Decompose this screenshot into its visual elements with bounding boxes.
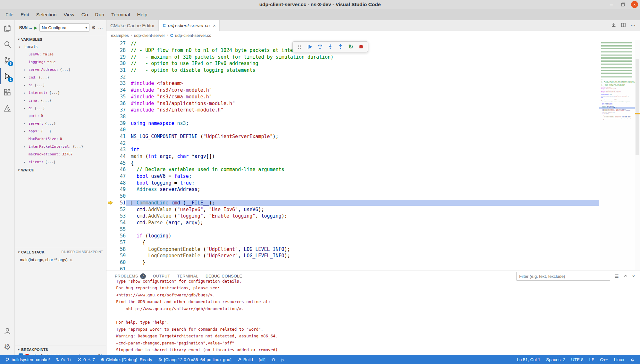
close-icon[interactable]: ×: [631, 1, 638, 8]
menu-view[interactable]: View: [60, 9, 78, 20]
breakpoint-row[interactable]: ✓ udp-client-server.cc exampl... 51: [15, 353, 106, 355]
step-out-icon[interactable]: [337, 43, 344, 50]
line-number[interactable]: 46: [115, 167, 126, 172]
line-number[interactable]: 56: [115, 233, 126, 239]
line-content[interactable]: cmd.Parse (argc, argv);: [126, 220, 599, 226]
debug-button[interactable]: [269, 355, 278, 364]
step-over-icon[interactable]: [316, 43, 324, 50]
chevron-right-icon[interactable]: ▸: [24, 145, 29, 148]
line-number[interactable]: 42: [115, 140, 126, 146]
line-content[interactable]: #include "ns3/csma-module.h": [126, 94, 599, 100]
line-content[interactable]: if (logging): [126, 233, 599, 239]
line-content[interactable]: #include "ns3/core-module.h": [126, 87, 599, 93]
variable-row[interactable]: ▸interPacketInterval:{...}: [15, 143, 106, 150]
line-content[interactable]: LogComponentEnable ("UdpServer", LOG_LEV…: [126, 253, 599, 259]
sync-status[interactable]: ↻0↓ 1↑: [54, 355, 74, 364]
account-icon[interactable]: [0, 323, 14, 339]
menu-help[interactable]: Help: [134, 9, 151, 20]
code-area[interactable]: 27//28// - UDP flow from n0 to n1 of 102…: [106, 40, 599, 270]
launch-button[interactable]: ▷: [279, 355, 287, 364]
debug-current-line-arrow[interactable]: [106, 201, 115, 205]
line-content[interactable]: // - option to use IPv4 or IPv6 addressi…: [126, 61, 599, 66]
remote-os[interactable]: Linux: [612, 355, 627, 364]
line-number[interactable]: 58: [115, 246, 126, 252]
line-content[interactable]: main (int argc, char *argv[]): [126, 153, 599, 159]
views-more-icon[interactable]: ···: [98, 25, 103, 30]
menu-selection[interactable]: Selection: [33, 9, 60, 20]
variable-row[interactable]: port:0: [15, 112, 106, 120]
cursor-position[interactable]: Ln 51, Col 1: [515, 355, 543, 364]
line-content[interactable]: #include "ns3/internet-module.h": [126, 107, 599, 113]
line-number[interactable]: 43: [115, 147, 126, 153]
chevron-right-icon[interactable]: ▸: [24, 106, 29, 110]
line-content[interactable]: using namespace ns3;: [126, 120, 599, 126]
line-number[interactable]: 34: [115, 87, 126, 93]
variable-row[interactable]: useV6:false: [15, 50, 106, 58]
call-stack-header[interactable]: ▾ CALL STACK PAUSED ON BREAKPOINT: [15, 248, 106, 256]
line-number[interactable]: 39: [115, 120, 126, 126]
variable-row[interactable]: ▸n:{...}: [15, 81, 106, 89]
variables-header[interactable]: ▾ VARIABLES: [15, 35, 106, 43]
line-number[interactable]: 35: [115, 94, 126, 100]
breakpoints-header[interactable]: ▾ BREAKPOINTS: [15, 345, 106, 353]
eol[interactable]: LF: [587, 355, 596, 364]
minimap[interactable]: //// - UDP flow from n0 to n1 of 1024 by…: [599, 40, 635, 270]
breadcrumb-item[interactable]: udp-client-server.cc: [175, 33, 211, 38]
line-number[interactable]: 38: [115, 114, 126, 120]
cmake-icon[interactable]: [0, 100, 14, 116]
chevron-right-icon[interactable]: ▸: [24, 91, 29, 95]
line-content[interactable]: cmd.AddValue ("logging", "Enable logging…: [126, 213, 599, 219]
stop-icon[interactable]: [358, 43, 365, 50]
variable-row[interactable]: ▸server:{...}: [15, 120, 106, 127]
variable-row[interactable]: maxPacketCount:32767: [15, 150, 106, 158]
line-content[interactable]: #include <fstream>: [126, 80, 599, 86]
scrollbar-slider[interactable]: [636, 59, 639, 155]
variable-row[interactable]: ▸csma:{...}: [15, 96, 106, 104]
split-editor-icon[interactable]: [621, 22, 626, 29]
watch-header[interactable]: ▾ WATCH: [15, 166, 106, 174]
chevron-right-icon[interactable]: ▸: [24, 83, 29, 87]
editor-scrollbar[interactable]: [635, 40, 640, 270]
line-content[interactable]: LogComponentEnable ("UdpClient", LOG_LEV…: [126, 246, 599, 252]
line-number[interactable]: 48: [115, 180, 126, 186]
line-number[interactable]: 30: [115, 61, 126, 66]
kit-status[interactable]: [Clang 12.0.0 x86_64-pc-linux-gnu]: [156, 355, 234, 364]
search-icon[interactable]: [0, 36, 14, 52]
line-content[interactable]: bool logging = true;: [126, 180, 599, 186]
source-control-icon[interactable]: 6: [0, 52, 14, 68]
cmake-status[interactable]: ⚙CMake: [Debug]: Ready: [98, 355, 155, 364]
stack-frame[interactable]: main(int argc, char ** argv) u.: [15, 256, 106, 264]
chevron-right-icon[interactable]: ▸: [24, 68, 29, 71]
line-content[interactable]: Address serverAddress;: [126, 186, 599, 192]
problems-status[interactable]: 0⚠7: [75, 355, 97, 364]
line-content[interactable]: bool useV6 = false;: [126, 173, 599, 179]
run-debug-icon[interactable]: 1: [0, 68, 14, 84]
line-content[interactable]: NS_LOG_COMPONENT_DEFINE ("UdpClientServe…: [126, 134, 599, 139]
line-number[interactable]: 47: [115, 173, 126, 179]
menu-terminal[interactable]: Terminal: [108, 9, 134, 20]
step-into-icon[interactable]: [327, 43, 334, 50]
chevron-right-icon[interactable]: ▸: [24, 122, 29, 125]
start-debugging-icon[interactable]: ▶: [34, 25, 37, 30]
configure-gear-icon[interactable]: ⚙: [92, 25, 96, 30]
chevron-right-icon[interactable]: ▸: [24, 99, 29, 102]
line-number[interactable]: 54: [115, 220, 126, 226]
line-number[interactable]: 36: [115, 101, 126, 106]
restart-icon[interactable]: ↻: [347, 43, 354, 50]
line-number[interactable]: 40: [115, 127, 126, 133]
restore-icon[interactable]: [619, 1, 627, 8]
line-number[interactable]: 50: [115, 193, 126, 199]
breadcrumb-item[interactable]: examples: [111, 33, 129, 38]
variable-row[interactable]: MaxPacketSize:0: [15, 135, 106, 143]
debug-config-dropdown[interactable]: No Configura ▾: [39, 23, 89, 32]
extensions-icon[interactable]: [0, 84, 14, 100]
debug-console-output[interactable]: Type "show configuration" for configurat…: [106, 278, 640, 355]
menu-edit[interactable]: Edit: [17, 9, 33, 20]
variable-row[interactable]: logging:true: [15, 58, 106, 66]
line-content[interactable]: // - option to disable logging statement…: [126, 67, 599, 73]
line-number[interactable]: 61: [115, 266, 126, 270]
line-number[interactable]: 52: [115, 207, 126, 212]
minimize-icon[interactable]: –: [608, 1, 615, 8]
scope-locals[interactable]: ▾ Locals: [15, 43, 106, 50]
variable-row[interactable]: ▸apps:{...}: [15, 127, 106, 135]
